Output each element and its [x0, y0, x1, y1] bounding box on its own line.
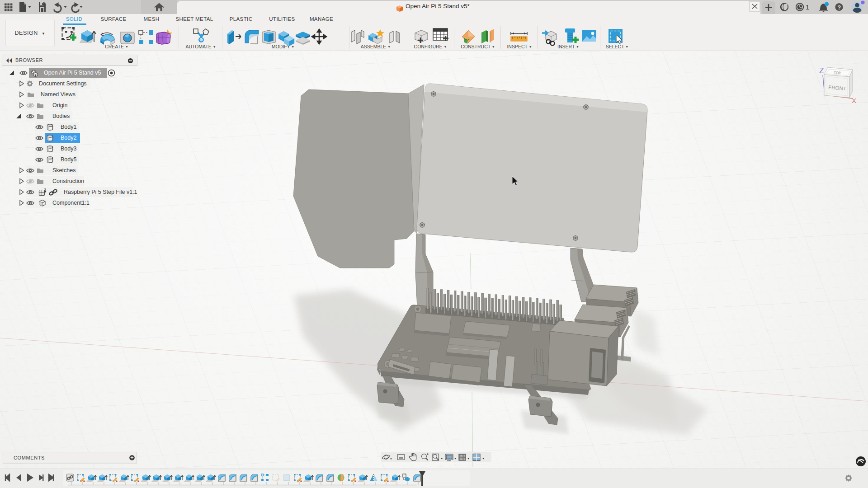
svg-text:TOP: TOP: [834, 70, 841, 75]
svg-text:?: ?: [838, 5, 841, 11]
svg-text:Z: Z: [819, 66, 824, 75]
svg-text:X: X: [852, 97, 856, 104]
svg-text:1: 1: [806, 4, 809, 11]
